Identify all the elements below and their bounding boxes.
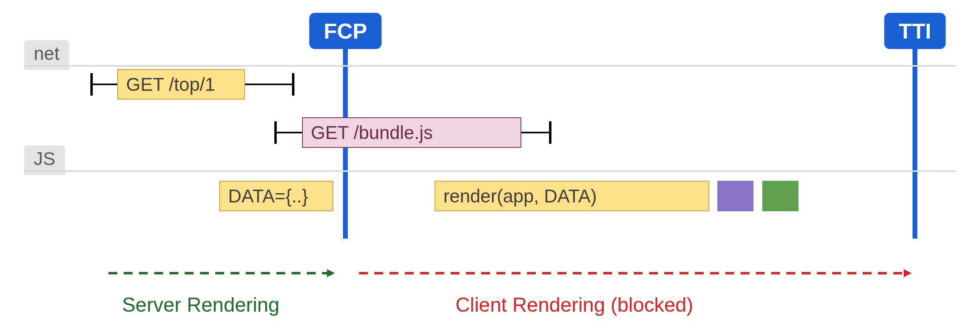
svg-marker-3: [904, 269, 912, 277]
rendering-timeline-diagram: FCP TTI net JS GET /top/1 GET /bundle.js…: [0, 0, 980, 331]
js-task-purple-block: [717, 181, 753, 211]
js-task-render: render(app, DATA): [435, 181, 709, 211]
net-top-whisker-end-cap: [292, 73, 294, 96]
js-task-green-block: [762, 181, 798, 211]
net-request-top: GET /top/1: [117, 69, 245, 100]
svg-marker-1: [327, 269, 335, 277]
net-request-bundle: GET /bundle.js: [302, 117, 521, 148]
track-js-line: [24, 170, 956, 172]
phase-server-label: Server Rendering: [122, 293, 280, 317]
milestone-fcp-flag: FCP: [309, 13, 382, 49]
milestone-tti-flag: TTI: [884, 13, 946, 49]
net-bundle-whisker-end-cap: [549, 121, 551, 144]
milestone-tti-label: TTI: [899, 19, 931, 43]
phase-client-label: Client Rendering (blocked): [455, 293, 693, 317]
milestone-fcp-label: FCP: [324, 19, 367, 43]
track-net-line: [24, 65, 956, 67]
js-task-data: DATA={..}: [219, 181, 333, 211]
milestone-tti-line: [913, 49, 917, 239]
